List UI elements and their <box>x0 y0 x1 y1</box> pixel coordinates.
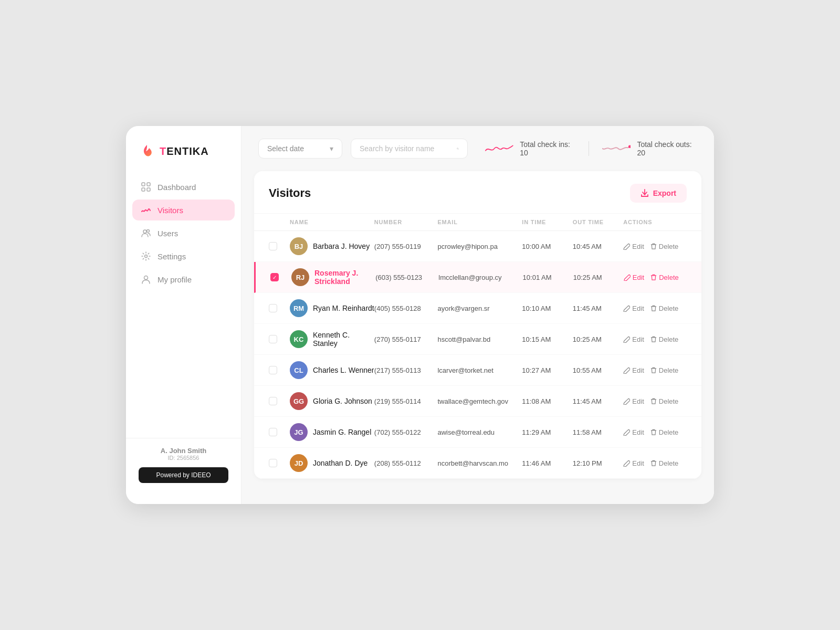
visitor-out-time: 10:55 AM <box>573 366 624 374</box>
delete-button[interactable]: Delete <box>650 335 679 343</box>
table-row[interactable]: BJBarbara J. Hovey(207) 555-0119pcrowley… <box>254 231 701 262</box>
row-checkbox[interactable] <box>269 397 277 405</box>
svg-point-7 <box>144 276 148 280</box>
visitor-in-time: 10:10 AM <box>522 304 573 312</box>
edit-button[interactable]: Edit <box>623 459 644 467</box>
table-row[interactable]: ✓RJRosemary J. Strickland(603) 555-0123l… <box>254 262 701 293</box>
search-input[interactable] <box>360 144 452 153</box>
col-number: NUMBER <box>374 219 438 225</box>
sidebar-item-label: Dashboard <box>158 183 196 192</box>
actions-cell: Edit Delete <box>623 335 687 343</box>
edit-button[interactable]: Edit <box>623 428 644 436</box>
visitor-name: Rosemary J. Strickland <box>314 269 375 286</box>
visitor-cell: RJRosemary J. Strickland <box>291 268 375 286</box>
check-outs-label: Total check outs: 20 <box>637 140 697 157</box>
delete-button[interactable]: Delete <box>650 459 679 467</box>
row-checkbox[interactable] <box>269 459 277 467</box>
export-button[interactable]: Export <box>630 184 687 203</box>
visitor-in-time: 10:27 AM <box>522 366 573 374</box>
delete-button[interactable]: Delete <box>650 366 679 374</box>
row-checkbox[interactable]: ✓ <box>270 273 279 281</box>
svg-rect-3 <box>147 188 150 191</box>
sidebar-item-settings[interactable]: Settings <box>132 246 235 267</box>
wave-icon <box>141 205 151 215</box>
check-outs-stat: Total check outs: 20 <box>602 140 697 157</box>
visitor-cell: JGJasmin G. Rangel <box>290 423 374 441</box>
table-area: Visitors Export NAME NUMBER EMAIL <box>242 171 714 504</box>
visitor-name: Kenneth C. Stanley <box>313 331 374 348</box>
delete-button[interactable]: Delete <box>650 243 679 250</box>
profile-icon <box>141 274 151 285</box>
edit-button[interactable]: Edit <box>623 366 644 374</box>
check-ins-stat: Total check ins: 10 <box>485 140 576 157</box>
edit-button[interactable]: Edit <box>623 397 644 405</box>
table-row[interactable]: JGJasmin G. Rangel(702) 555-0122awise@to… <box>254 417 701 448</box>
visitor-cell: RMRyan M. Reinhardt <box>290 299 374 317</box>
table-row[interactable]: GGGloria G. Johnson(219) 555-0114twallac… <box>254 386 701 417</box>
visitor-number: (603) 555-0123 <box>375 274 438 281</box>
table-row[interactable]: RMRyan M. Reinhardt(405) 555-0128ayork@v… <box>254 293 701 324</box>
visitor-cell: GGGloria G. Johnson <box>290 392 374 410</box>
visitor-name: Charles L. Wenner <box>313 366 374 374</box>
visitor-in-time: 10:00 AM <box>522 243 573 250</box>
edit-button[interactable]: Edit <box>623 335 644 343</box>
visitor-out-time: 12:10 PM <box>573 459 624 467</box>
table-title: Visitors <box>269 186 311 200</box>
visitor-email: ayork@vargen.sr <box>437 304 522 312</box>
visitor-email: twallace@gemtech.gov <box>437 397 522 405</box>
delete-icon <box>650 336 657 343</box>
visitor-number: (217) 555-0113 <box>374 366 438 374</box>
visitor-email: awise@torreal.edu <box>437 428 522 436</box>
visitor-email: hscott@palvar.bd <box>437 335 522 343</box>
user-name: A. John Smith <box>139 447 228 455</box>
check-ins-wave <box>485 141 514 156</box>
actions-cell: Edit Delete <box>623 366 687 374</box>
delete-button[interactable]: Delete <box>650 274 679 281</box>
table-row[interactable]: JDJonathan D. Dye(208) 555-0112ncorbett@… <box>254 448 701 479</box>
row-checkbox[interactable] <box>269 304 277 312</box>
row-checkbox[interactable] <box>269 242 277 250</box>
sidebar-item-my-profile[interactable]: My profile <box>132 269 235 290</box>
row-checkbox[interactable] <box>269 428 277 436</box>
delete-icon <box>650 398 657 405</box>
delete-button[interactable]: Delete <box>650 304 679 312</box>
sidebar-item-visitors[interactable]: Visitors <box>132 200 235 220</box>
avatar: RM <box>290 299 308 317</box>
check-ins-label: Total check ins: 10 <box>520 140 576 157</box>
avatar: KC <box>290 330 308 348</box>
delete-button[interactable]: Delete <box>650 428 679 436</box>
date-select[interactable]: Select date ▾ <box>258 139 342 159</box>
svg-point-5 <box>147 230 150 233</box>
table-card: Visitors Export NAME NUMBER EMAIL <box>254 171 701 479</box>
sidebar-item-dashboard[interactable]: Dashboard <box>132 176 235 197</box>
edit-button[interactable]: Edit <box>623 243 644 250</box>
svg-rect-0 <box>142 183 145 186</box>
visitor-email: pcrowley@hipon.pa <box>437 243 522 250</box>
visitor-number: (207) 555-0119 <box>374 243 438 250</box>
sidebar-item-users[interactable]: Users <box>132 223 235 244</box>
visitor-number: (270) 555-0117 <box>374 335 438 343</box>
table-row[interactable]: CLCharles L. Wenner(217) 555-0113lcarver… <box>254 355 701 386</box>
stats: Total check ins: 10 Total check outs: 20 <box>485 140 697 157</box>
visitor-number: (208) 555-0112 <box>374 459 438 467</box>
svg-rect-1 <box>147 183 150 186</box>
visitor-in-time: 11:46 AM <box>522 459 573 467</box>
delete-icon <box>650 305 657 312</box>
visitor-name: Jonathan D. Dye <box>313 459 368 467</box>
edit-icon <box>623 336 630 343</box>
visitor-out-time: 10:25 AM <box>573 274 624 281</box>
visitor-in-time: 10:15 AM <box>522 335 573 343</box>
row-checkbox[interactable] <box>269 366 277 374</box>
edit-icon <box>623 429 630 436</box>
table-row[interactable]: KCKenneth C. Stanley(270) 555-0117hscott… <box>254 324 701 355</box>
actions-cell: Edit Delete <box>623 304 687 312</box>
col-name: NAME <box>290 219 374 225</box>
row-checkbox[interactable] <box>269 335 277 343</box>
main-content: Select date ▾ Total check ins: 10 <box>242 126 714 504</box>
edit-button[interactable]: Edit <box>624 274 644 281</box>
actions-cell: Edit Delete <box>623 243 687 250</box>
delete-button[interactable]: Delete <box>650 397 679 405</box>
powered-by-button[interactable]: Powered by IDEEO <box>139 467 228 483</box>
edit-button[interactable]: Edit <box>623 304 644 312</box>
visitor-out-time: 10:45 AM <box>573 243 624 250</box>
